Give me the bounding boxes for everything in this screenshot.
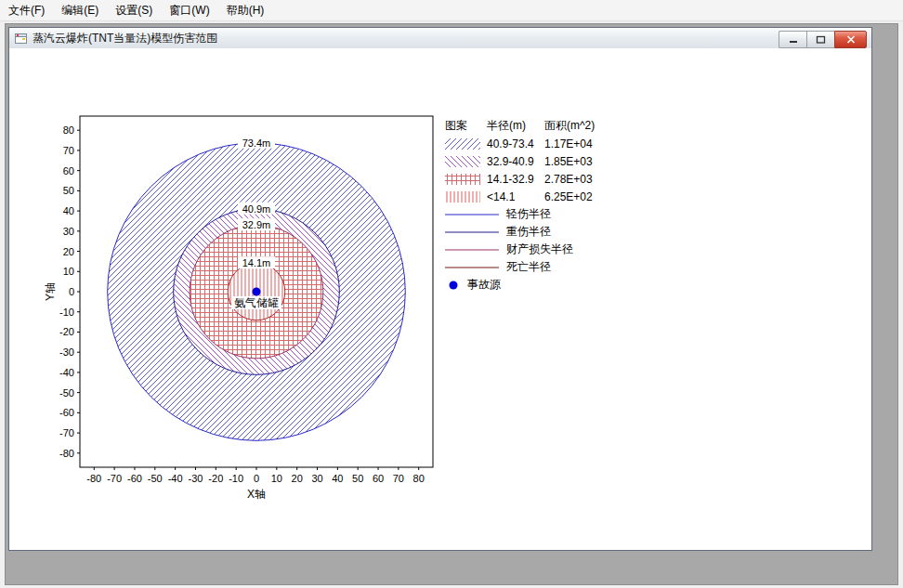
svg-text:50: 50 bbox=[63, 185, 74, 196]
svg-text:X轴: X轴 bbox=[247, 488, 266, 501]
legend: 图案 半径(m) 面积(m^2) 40.9-73.4 1.17E+04 32.9… bbox=[438, 117, 641, 294]
menu-settings[interactable]: 设置(S) bbox=[107, 0, 161, 21]
legend-area-value: 1.85E+03 bbox=[544, 155, 641, 168]
svg-text:-60: -60 bbox=[59, 407, 74, 418]
legend-marker-row: 事故源 bbox=[438, 276, 641, 294]
svg-text:-10: -10 bbox=[59, 307, 74, 318]
svg-text:-10: -10 bbox=[229, 473, 243, 484]
menu-bar: 文件(F) 编辑(E) 设置(S) 窗口(W) 帮助(H) bbox=[0, 0, 903, 21]
hatch-backdiagonal-icon bbox=[445, 156, 480, 167]
svg-text:-80: -80 bbox=[59, 448, 74, 459]
svg-text:10: 10 bbox=[271, 473, 282, 484]
maximize-icon bbox=[816, 35, 826, 44]
title-bar[interactable]: 蒸汽云爆炸(TNT当量法)模型伤害范围 bbox=[9, 28, 871, 49]
svg-text:-70: -70 bbox=[107, 473, 122, 484]
svg-text:73.4m: 73.4m bbox=[242, 137, 271, 149]
legend-header-pattern: 图案 bbox=[445, 118, 487, 134]
svg-text:20: 20 bbox=[63, 246, 74, 257]
svg-text:-50: -50 bbox=[59, 387, 74, 399]
svg-text:14.1m: 14.1m bbox=[242, 257, 271, 268]
svg-text:-20: -20 bbox=[208, 473, 223, 484]
svg-text:氨气储罐: 氨气储罐 bbox=[234, 296, 279, 309]
legend-line-row: 轻伤半径 bbox=[438, 205, 641, 223]
legend-line-label: 死亡半径 bbox=[506, 259, 551, 275]
svg-text:30: 30 bbox=[311, 473, 322, 484]
legend-area-value: 6.25E+02 bbox=[544, 190, 641, 203]
application-window: 文件(F) 编辑(E) 设置(S) 窗口(W) 帮助(H) 蒸汽云爆炸(TNT当… bbox=[0, 0, 903, 588]
legend-area-value: 1.17E+04 bbox=[544, 137, 641, 150]
legend-header-area: 面积(m^2) bbox=[544, 118, 641, 134]
legend-line-label: 重伤半径 bbox=[506, 224, 551, 240]
window-client-area: 73.4m40.9m32.9m14.1m-80-70-60-50-40-30-2… bbox=[9, 48, 871, 550]
window-controls bbox=[779, 31, 867, 48]
legend-area-row: <14.1 6.25E+02 bbox=[438, 188, 641, 205]
svg-text:-20: -20 bbox=[59, 326, 74, 337]
menu-help[interactable]: 帮助(H) bbox=[218, 0, 273, 21]
death-line-icon bbox=[445, 262, 499, 273]
hatch-cross-icon bbox=[445, 174, 480, 185]
window-title: 蒸汽云爆炸(TNT当量法)模型伤害范围 bbox=[33, 31, 217, 46]
svg-text:80: 80 bbox=[63, 124, 74, 136]
accident-source-dot-icon bbox=[448, 280, 459, 291]
svg-text:0: 0 bbox=[254, 473, 259, 484]
hatch-diagonal-icon bbox=[445, 138, 480, 150]
menu-edit[interactable]: 编辑(E) bbox=[53, 0, 107, 21]
legend-line-row: 财产损失半径 bbox=[438, 241, 641, 258]
svg-text:-50: -50 bbox=[148, 473, 163, 484]
svg-text:30: 30 bbox=[63, 226, 74, 237]
svg-text:10: 10 bbox=[63, 266, 74, 277]
legend-header: 图案 半径(m) 面积(m^2) bbox=[438, 117, 641, 135]
legend-line-row: 重伤半径 bbox=[438, 223, 641, 241]
legend-area-row: 32.9-40.9 1.85E+03 bbox=[438, 152, 641, 170]
legend-area-row: 40.9-73.4 1.17E+04 bbox=[438, 135, 641, 152]
svg-text:60: 60 bbox=[63, 165, 74, 176]
mdi-client-area: 蒸汽云爆炸(TNT当量法)模型伤害范围 73.4m40.9m32.9m14.1m… bbox=[5, 23, 898, 585]
legend-marker-label: 事故源 bbox=[467, 277, 501, 293]
minimize-button[interactable] bbox=[779, 31, 806, 48]
svg-text:40.9m: 40.9m bbox=[242, 203, 271, 215]
svg-text:-30: -30 bbox=[59, 346, 74, 358]
serious-injury-line-icon bbox=[445, 227, 499, 238]
svg-text:80: 80 bbox=[413, 473, 425, 484]
svg-text:0: 0 bbox=[69, 286, 74, 297]
legend-area-row: 14.1-32.9 2.78E+03 bbox=[438, 170, 641, 188]
minimize-icon bbox=[789, 35, 798, 44]
hatch-vertical-icon bbox=[445, 191, 480, 203]
svg-text:40: 40 bbox=[63, 205, 74, 216]
legend-header-radius: 半径(m) bbox=[487, 118, 544, 134]
svg-text:-60: -60 bbox=[127, 473, 142, 484]
menu-window[interactable]: 窗口(W) bbox=[161, 0, 217, 21]
svg-text:40: 40 bbox=[332, 473, 343, 484]
close-button[interactable] bbox=[834, 31, 867, 48]
svg-text:Y轴: Y轴 bbox=[44, 282, 57, 301]
legend-line-label: 轻伤半径 bbox=[506, 206, 551, 222]
svg-text:32.9m: 32.9m bbox=[242, 219, 271, 230]
svg-text:-70: -70 bbox=[59, 427, 74, 438]
svg-text:-40: -40 bbox=[59, 367, 74, 378]
property-loss-line-icon bbox=[445, 244, 499, 255]
light-injury-line-icon bbox=[445, 209, 499, 220]
legend-area-value: 2.78E+03 bbox=[544, 173, 641, 186]
svg-text:-80: -80 bbox=[86, 473, 101, 484]
svg-text:20: 20 bbox=[292, 473, 303, 484]
svg-text:-40: -40 bbox=[168, 473, 183, 484]
legend-radius-value: 32.9-40.9 bbox=[487, 155, 544, 168]
svg-text:-30: -30 bbox=[189, 473, 203, 484]
svg-text:70: 70 bbox=[63, 145, 74, 156]
svg-text:70: 70 bbox=[393, 473, 404, 484]
child-window: 蒸汽云爆炸(TNT当量法)模型伤害范围 73.4m40.9m32.9m14.1m… bbox=[8, 27, 872, 551]
legend-radius-value: 14.1-32.9 bbox=[487, 173, 544, 186]
close-icon bbox=[846, 35, 856, 44]
legend-line-row: 死亡半径 bbox=[438, 258, 641, 276]
legend-radius-value: <14.1 bbox=[487, 190, 544, 203]
svg-text:50: 50 bbox=[352, 473, 363, 484]
svg-text:60: 60 bbox=[373, 473, 384, 484]
legend-line-label: 财产损失半径 bbox=[506, 242, 573, 257]
damage-range-chart: 73.4m40.9m32.9m14.1m-80-70-60-50-40-30-2… bbox=[35, 106, 438, 507]
maximize-button[interactable] bbox=[806, 31, 834, 48]
form-icon bbox=[14, 32, 28, 46]
menu-file[interactable]: 文件(F) bbox=[0, 0, 53, 21]
legend-radius-value: 40.9-73.4 bbox=[487, 137, 544, 150]
